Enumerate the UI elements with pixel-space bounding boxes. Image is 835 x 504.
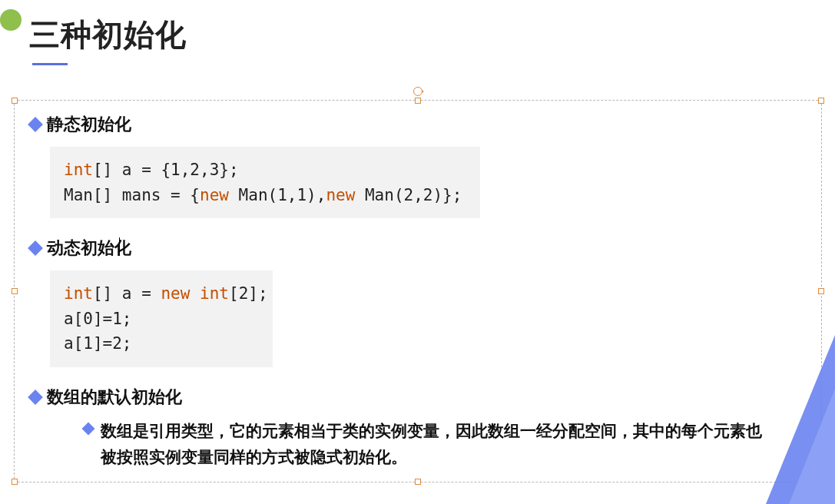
diamond-bullet-icon (28, 390, 43, 405)
resize-handle[interactable] (12, 98, 18, 104)
keyword: new (326, 186, 355, 204)
code-text: Man(2,2)}; (355, 186, 462, 204)
keyword: int (200, 284, 229, 303)
resize-handle[interactable] (818, 98, 824, 104)
code-text: [] a = (93, 284, 161, 303)
keyword: int (64, 284, 93, 303)
rotate-handle-icon[interactable] (413, 87, 422, 96)
diamond-bullet-icon (28, 117, 43, 132)
keyword: int (64, 161, 93, 179)
resize-handle[interactable] (12, 479, 18, 485)
resize-handle[interactable] (415, 479, 421, 485)
code-text: [2]; (229, 284, 268, 303)
sub-bullet-text: 数组是引用类型，它的元素相当于类的实例变量，因此数组一经分配空间，其中的每个元素… (101, 418, 777, 471)
section-title: 数组的默认初始化 (47, 386, 182, 409)
resize-handle[interactable] (12, 288, 18, 294)
keyword: new (200, 186, 229, 204)
code-line: Man[] mans = {new Man(1,1),new Man(2,2)}… (64, 183, 466, 208)
title-region: 三种初始化 (29, 14, 187, 56)
code-text: Man(1,1), (229, 186, 326, 204)
code-line: int[] a = {1,2,3}; (64, 158, 466, 183)
content-inner: 静态初始化 int[] a = {1,2,3}; Man[] mans = {n… (15, 101, 821, 471)
title-accent-circle (0, 9, 22, 31)
resize-handle[interactable] (415, 98, 421, 104)
text-caret (119, 237, 120, 256)
content-text-box[interactable]: 静态初始化 int[] a = {1,2,3}; Man[] mans = {n… (14, 100, 822, 482)
code-text (190, 284, 200, 303)
section-heading: 静态初始化 (28, 113, 807, 136)
code-text: Man[] mans = { (64, 186, 200, 204)
code-text: [] a = {1,2,3}; (93, 161, 239, 179)
code-line: int[] a = new int[2]; (64, 281, 259, 307)
sub-bullet: 数组是引用类型，它的元素相当于类的实例变量，因此数组一经分配空间，其中的每个元素… (84, 418, 777, 471)
section-title: 静态初始化 (47, 113, 131, 136)
slide: 三种初始化 静态初始化 int[] a = {1,2,3}; Man[] man… (0, 0, 835, 504)
code-block: int[] a = {1,2,3}; Man[] mans = {new Man… (50, 147, 480, 218)
slide-title: 三种初始化 (29, 14, 187, 56)
code-line: a[1]=2; (64, 331, 259, 356)
decorative-triangle (789, 389, 835, 504)
diamond-bullet-icon (82, 422, 95, 435)
code-block: int[] a = new int[2]; a[0]=1; a[1]=2; (50, 270, 273, 367)
diamond-bullet-icon (28, 240, 43, 256)
title-underline (32, 63, 68, 65)
section-heading: 动态初始化 (28, 237, 807, 260)
section-heading: 数组的默认初始化 (28, 386, 807, 409)
keyword: new (161, 284, 190, 303)
code-line: a[0]=1; (64, 307, 259, 332)
resize-handle[interactable] (818, 288, 824, 294)
